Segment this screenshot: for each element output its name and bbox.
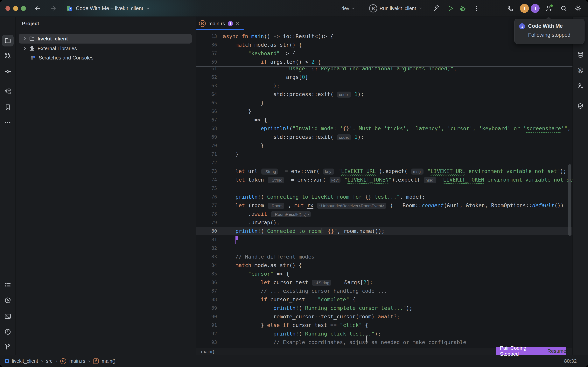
- editor-area[interactable]: R main.rs × 13async fn main() -> io::Res…: [196, 17, 572, 348]
- resume-button[interactable]: Resume: [547, 348, 566, 354]
- line-number: 63: [196, 82, 223, 90]
- code-line-70[interactable]: 70 }: [196, 141, 572, 150]
- participant-avatar-purple[interactable]: [531, 4, 540, 13]
- code-line-64[interactable]: 64 std::process::exit( code: 1);: [196, 90, 572, 99]
- project-widget[interactable]: Code With Me – livekit_client: [66, 0, 150, 17]
- settings-gear-icon[interactable]: [574, 5, 581, 12]
- branch-widget[interactable]: dev: [341, 0, 355, 17]
- editor-scrollbar-thumb[interactable]: [568, 164, 571, 236]
- code-line-72[interactable]: 72: [196, 158, 572, 167]
- code-line-85[interactable]: 85 "cursor" => {: [196, 270, 572, 278]
- code-line-79[interactable]: 79 .unwrap();: [196, 218, 572, 227]
- line-number: 61: [196, 66, 223, 73]
- code-line-91[interactable]: 91 } else if cursor_test == "click" {: [196, 321, 572, 329]
- search-icon[interactable]: [560, 5, 567, 12]
- code-line-76[interactable]: 76 println!("Connecting to LiveKit room …: [196, 193, 572, 201]
- code-line-75[interactable]: 75: [196, 184, 572, 193]
- remote-user-caret: [235, 236, 236, 244]
- tree-item-external-libraries[interactable]: External Libraries: [19, 43, 192, 53]
- problems-icon[interactable]: [4, 328, 11, 335]
- debug-bug-icon[interactable]: [459, 5, 466, 12]
- close-tab-icon[interactable]: ×: [236, 21, 239, 26]
- participant-avatar-orange[interactable]: [520, 4, 529, 13]
- code-line-87[interactable]: 87 // ... existing cursor handling code …: [196, 287, 572, 295]
- chevron-right-icon[interactable]: [22, 46, 27, 51]
- breadcrumb-src[interactable]: src: [46, 358, 52, 364]
- code-line-65[interactable]: 65 }: [196, 99, 572, 107]
- code-line-90[interactable]: 90 remote_cursor::test_cursor(room).awai…: [196, 312, 572, 321]
- code-line-73[interactable]: 73 let url : String = env::var( key: "LI…: [196, 167, 572, 175]
- caret-position[interactable]: 80:32: [564, 358, 577, 364]
- version-control-icon[interactable]: [4, 343, 11, 350]
- breadcrumb-file[interactable]: main.rs: [69, 358, 85, 364]
- breadcrumb-function[interactable]: main(): [102, 358, 116, 364]
- code-line-92[interactable]: 92 println!("Running click test...");: [196, 329, 572, 338]
- code-line-67[interactable]: 67 _ => {: [196, 116, 572, 124]
- chevron-right-icon[interactable]: [22, 36, 27, 41]
- zoom-window-button[interactable]: [21, 6, 26, 11]
- code-line-59[interactable]: 59 if args.len() > 2 {: [196, 58, 572, 66]
- code-line-61[interactable]: 61 "Usage: {} keyboard (no additional ar…: [196, 66, 572, 73]
- minimize-window-button[interactable]: [13, 6, 18, 11]
- code-line-83[interactable]: 83 // Handle different modes: [196, 252, 572, 261]
- line-number: 83: [196, 252, 223, 261]
- code-line-77[interactable]: 77 let (room : Room , mut rx : Unbounded…: [196, 201, 572, 210]
- status-breadcrumb[interactable]: livekit_client › src › R main.rs › f mai…: [0, 358, 116, 364]
- editor-breadcrumb[interactable]: main(): [201, 349, 214, 354]
- forward-button[interactable]: [50, 5, 57, 12]
- line-number: 87: [196, 287, 223, 295]
- code-line-62[interactable]: 62 args[0]: [196, 73, 572, 82]
- code-line-80[interactable]: 80 println!("Connected to room: {}", roo…: [196, 227, 572, 235]
- code-line-66[interactable]: 66 }: [196, 107, 572, 116]
- services-icon[interactable]: [4, 297, 11, 304]
- more-tool-windows-icon[interactable]: [4, 119, 11, 126]
- chevron-down-icon: [351, 6, 355, 10]
- commit-icon[interactable]: [4, 68, 11, 75]
- build-hammer-icon[interactable]: [433, 5, 440, 12]
- code-line-71[interactable]: 71 }: [196, 150, 572, 158]
- more-actions-kebab-icon[interactable]: [473, 5, 480, 12]
- todo-list-icon[interactable]: [4, 282, 11, 289]
- code-with-me-users-icon[interactable]: [577, 83, 584, 89]
- code-line-63[interactable]: 63 );: [196, 82, 572, 90]
- line-number: 88: [196, 295, 223, 304]
- code-line-81[interactable]: 81: [196, 235, 572, 244]
- pair-coding-status-badge[interactable]: Pair Coding Stopped Resume: [496, 347, 566, 355]
- code-line-89[interactable]: 89 println!("Running complete cursor tes…: [196, 304, 572, 312]
- database-icon[interactable]: [577, 51, 584, 58]
- line-number: 76: [196, 193, 223, 201]
- run-configuration-widget[interactable]: R Run livekit_client: [369, 0, 423, 17]
- code-line-69[interactable]: 69 std::process::exit( code: 1);: [196, 133, 572, 141]
- run-icon[interactable]: [447, 5, 454, 12]
- code-line-68[interactable]: 68 eprintln!("Invalid mode: '{}'. Must b…: [196, 124, 572, 133]
- bookmarks-icon[interactable]: [4, 104, 11, 111]
- breadcrumb-separator: ›: [56, 358, 57, 364]
- line-number: 89: [196, 304, 223, 312]
- code-line-57[interactable]: 57 "keyboard" => {: [196, 49, 572, 58]
- code-with-me-add-user-icon[interactable]: [546, 5, 552, 12]
- code-line-84[interactable]: 84 match mode.as_str() {: [196, 261, 572, 270]
- project-tool-icon[interactable]: [4, 37, 11, 44]
- code-line-88[interactable]: 88 if cursor_test == "complete" {: [196, 295, 572, 304]
- close-window-button[interactable]: [5, 6, 10, 11]
- structure-icon[interactable]: [4, 88, 11, 95]
- line-number: 71: [196, 150, 223, 158]
- code-line-74[interactable]: 74 let token : String = env::var( key: "…: [196, 175, 572, 184]
- tab-main-rs[interactable]: R main.rs ×: [197, 17, 241, 30]
- call-phone-icon[interactable]: [507, 5, 514, 12]
- breadcrumb-project[interactable]: livekit_client: [12, 358, 38, 364]
- back-button[interactable]: [34, 5, 41, 12]
- code-with-me-notification[interactable]: i Code With Me Following stopped: [514, 19, 585, 44]
- pull-requests-icon[interactable]: [4, 52, 11, 59]
- pair-coding-status-label: Pair Coding Stopped: [496, 345, 545, 357]
- tree-item-scratches[interactable]: Scratches and Consoles: [19, 53, 192, 63]
- code-line-82[interactable]: 82: [196, 244, 572, 252]
- code-line-78[interactable]: 78 .await : RoomResult<(…)>: [196, 210, 572, 218]
- tree-item-livekit-client[interactable]: livekit_client: [19, 34, 192, 43]
- code-line-86[interactable]: 86 let cursor_test : &String = &args[2];: [196, 278, 572, 287]
- security-shield-icon[interactable]: [577, 103, 584, 110]
- line-number: 77: [196, 201, 223, 210]
- cargo-tool-icon[interactable]: R: [577, 67, 584, 74]
- titlebar: Code With Me – livekit_client dev R Run …: [0, 0, 588, 17]
- terminal-icon[interactable]: [4, 313, 11, 320]
